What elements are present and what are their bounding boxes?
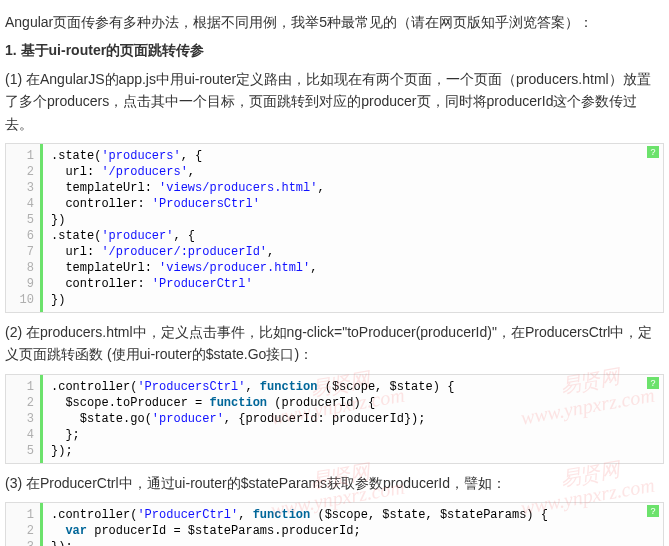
section-heading-1: 1. 基于ui-router的页面跳转传参	[5, 39, 664, 61]
paragraph-3: (3) 在ProducerCtrl中，通过ui-router的$statePar…	[5, 472, 664, 494]
paragraph-2: (2) 在producers.html中，定义点击事件，比如ng-click="…	[5, 321, 664, 366]
line-gutter: 12345678910	[6, 144, 43, 312]
code-content: .controller('ProducersCtrl', function ($…	[43, 375, 663, 463]
line-gutter: 123	[6, 503, 43, 546]
code-block-1: 12345678910 .state('producers', { url: '…	[5, 143, 664, 313]
help-icon[interactable]: ?	[647, 377, 659, 389]
code-content: .controller('ProducerCtrl', function ($s…	[43, 503, 663, 546]
code-block-2: 12345 .controller('ProducersCtrl', funct…	[5, 374, 664, 464]
intro-text: Angular页面传参有多种办法，根据不同用例，我举5种最常见的（请在网页版知乎…	[5, 11, 664, 33]
code-block-3: 123 .controller('ProducerCtrl', function…	[5, 502, 664, 546]
line-gutter: 12345	[6, 375, 43, 463]
help-icon[interactable]: ?	[647, 505, 659, 517]
code-content: .state('producers', { url: '/producers',…	[43, 144, 663, 312]
help-icon[interactable]: ?	[647, 146, 659, 158]
paragraph-1: (1) 在AngularJS的app.js中用ui-router定义路由，比如现…	[5, 68, 664, 135]
